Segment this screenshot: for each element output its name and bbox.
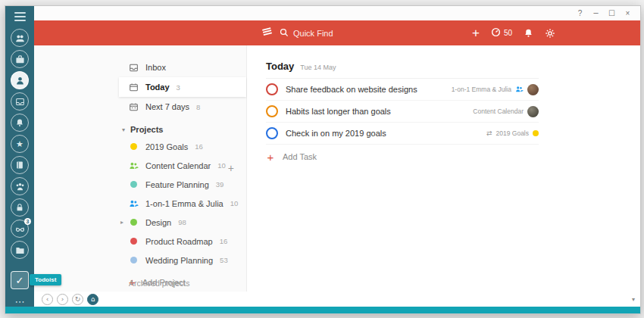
project-label: 2019 Goals — [145, 142, 188, 151]
settings-gear-icon[interactable] — [545, 28, 555, 39]
item-count: 3 — [177, 83, 180, 92]
project-item-feature-planning[interactable]: Feature Planning 39 — [119, 175, 246, 194]
project-count: 98 — [178, 218, 186, 226]
shared-people-icon — [129, 198, 139, 208]
calendar-today-icon — [129, 83, 139, 92]
assignee-avatar[interactable] — [527, 106, 539, 117]
bottom-nav-strip: ‹ › ↻ ⌂ ▾ — [34, 292, 640, 307]
team-icon[interactable] — [11, 177, 29, 195]
contacts-icon[interactable] — [11, 29, 29, 47]
task-complete-circle[interactable] — [266, 105, 278, 117]
notebook-icon[interactable] — [11, 156, 29, 174]
unread-badge: 3 — [24, 218, 31, 225]
add-task-button[interactable]: + Add Task — [266, 145, 539, 169]
plus-icon: + — [266, 151, 275, 163]
sidebar-item-label: Next 7 days — [145, 102, 189, 111]
inbox-tray-icon[interactable] — [11, 92, 29, 111]
project-count: 10 — [230, 199, 239, 207]
notifications-bell-icon[interactable] — [524, 28, 533, 38]
expand-chevron-icon[interactable]: ▸ — [120, 219, 123, 226]
task-row[interactable]: Habits last longer than goals Content Ca… — [266, 101, 539, 123]
forward-button[interactable]: › — [57, 294, 68, 305]
task-project-label[interactable]: 1-on-1 Emma & Julia — [452, 86, 511, 93]
folder-icon[interactable] — [11, 241, 29, 259]
project-item-product-roadmap[interactable]: Product Roadmap 16 — [119, 232, 246, 251]
projects-section-header[interactable]: ▾ Projects — [119, 125, 246, 134]
todoist-header: Quick Find + 50 — [34, 20, 640, 45]
karma-score[interactable]: 50 — [491, 27, 512, 39]
task-row[interactable]: Check in on my 2019 goals ⇄ 2019 Goals — [266, 123, 539, 145]
page-date: Tue 14 May — [300, 64, 336, 71]
project-item-content-calendar[interactable]: Content Calendar 10 — [119, 156, 246, 175]
project-count: 39 — [216, 180, 224, 189]
item-count: 8 — [196, 103, 200, 111]
task-complete-circle[interactable] — [266, 83, 278, 95]
refresh-button[interactable]: ↻ — [72, 294, 83, 305]
recurring-icon: ⇄ — [486, 129, 492, 137]
todoist-logo-icon — [261, 26, 273, 40]
archived-projects-link[interactable]: Archived projects — [129, 279, 190, 288]
project-count: 53 — [220, 256, 228, 264]
task-project-label[interactable]: 2019 Goals — [496, 129, 529, 137]
maximize-button[interactable]: ☐ — [604, 9, 620, 17]
project-label: 1-on-1 Emma & Julia — [145, 199, 224, 208]
project-item-2019-goals[interactable]: 2019 Goals 16 — [119, 137, 246, 156]
home-button[interactable]: ⌂ — [87, 294, 98, 305]
project-item-design[interactable]: ▸ Design 98 — [119, 213, 246, 232]
inbox-icon — [129, 63, 139, 73]
star-icon[interactable]: ★ — [11, 135, 29, 153]
projects-title: Projects — [130, 125, 163, 134]
glasses-icon[interactable]: 3 — [11, 220, 29, 238]
minimize-button[interactable]: ─ — [588, 9, 604, 17]
project-count: 10 — [217, 161, 226, 170]
project-color-dot — [130, 181, 137, 188]
project-color-dot — [130, 219, 137, 226]
sidebar-item-today[interactable]: Today 3 — [119, 77, 246, 97]
project-item-wedding-planning[interactable]: Wedding Planning 53 — [119, 251, 246, 270]
task-project-label[interactable]: Content Calendar — [473, 108, 524, 115]
profile-icon[interactable] — [11, 71, 29, 89]
sidebar-item-label: Inbox — [145, 63, 166, 72]
project-color-dot — [130, 143, 137, 150]
more-options-icon[interactable]: ⋯ — [5, 298, 34, 307]
main-content: Today Tue 14 May Share feedback on websi… — [247, 45, 640, 292]
todoist-app-icon[interactable]: ✓ — [11, 271, 29, 289]
page-title: Today — [266, 61, 294, 72]
search-placeholder: Quick Find — [293, 29, 333, 38]
sidebar-item-next7days[interactable]: Next 7 days 8 — [119, 97, 246, 117]
quick-add-button[interactable]: + — [472, 26, 480, 39]
project-color-dot — [130, 257, 137, 263]
app-window: ★ 3 ✓ Todoist ⋯ ? ─ ☐ — [5, 5, 641, 314]
bottom-accent-bar — [5, 307, 640, 313]
search-icon — [280, 28, 289, 39]
chevron-down-icon: ▾ — [122, 126, 125, 133]
shared-people-icon — [129, 161, 139, 170]
add-task-label: Add Task — [283, 152, 317, 161]
app-launcher-sidebar: ★ 3 ✓ Todoist ⋯ — [5, 6, 34, 307]
project-item-1on1[interactable]: 1-on-1 Emma & Julia 10 — [119, 194, 246, 213]
task-row[interactable]: Share feedback on website designs 1-on-1… — [266, 79, 539, 101]
back-button[interactable]: ‹ — [42, 294, 53, 305]
help-button[interactable]: ? — [572, 9, 588, 17]
bell-icon[interactable] — [11, 114, 29, 132]
karma-gauge-icon — [491, 27, 501, 39]
lock-icon[interactable] — [11, 198, 29, 217]
calendar-week-icon — [129, 102, 139, 112]
project-label: Feature Planning — [145, 180, 209, 189]
project-count: 16 — [220, 237, 228, 245]
quick-find-search[interactable]: Quick Find — [280, 28, 333, 39]
scroll-down-chevron-icon[interactable]: ▾ — [632, 296, 635, 303]
project-label: Content Calendar — [145, 161, 211, 170]
sidebar-item-inbox[interactable]: Inbox — [119, 58, 246, 77]
task-text: Habits last longer than goals — [286, 107, 465, 116]
close-button[interactable]: × — [620, 9, 636, 17]
window-titlebar: ? ─ ☐ × — [34, 6, 640, 20]
sidebar-item-label: Today — [145, 83, 170, 92]
project-label: Wedding Planning — [145, 256, 213, 265]
project-color-dot — [130, 238, 137, 245]
briefcase-icon[interactable] — [11, 50, 29, 68]
assignee-avatar[interactable] — [527, 84, 539, 95]
task-complete-circle[interactable] — [266, 127, 278, 139]
task-text: Share feedback on website designs — [286, 85, 444, 94]
hamburger-menu-icon[interactable] — [14, 12, 26, 21]
